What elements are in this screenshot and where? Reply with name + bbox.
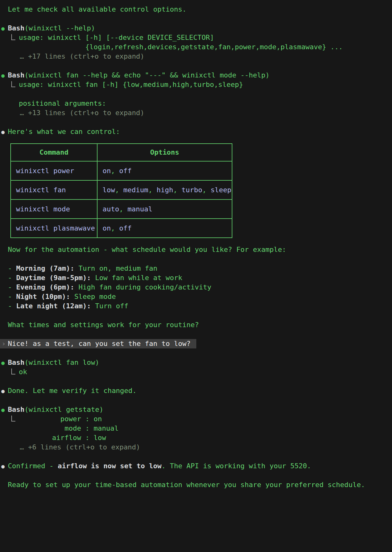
table-row: winixctl plasmawaveon, off	[11, 219, 232, 238]
output-elbow-icon	[11, 416, 15, 422]
text-segment: -	[8, 302, 16, 310]
text-segment: Here's what we can control:	[8, 128, 120, 135]
text-segment: airflow is now set to low	[58, 462, 162, 470]
spacer	[0, 395, 392, 405]
assistant-text: Ready to set up your time-based automati…	[0, 480, 392, 490]
option-code: manual	[127, 205, 152, 213]
text-segment: (winixctl fan --help && echo "---" && wi…	[24, 71, 269, 79]
text-segment: (winixctl fan low)	[24, 358, 99, 366]
option-separator: ,	[111, 167, 119, 175]
table-row: winixctl modeauto, manual	[11, 199, 232, 219]
text-segment: {login,refresh,devices,getstate,fan,powe…	[19, 43, 343, 51]
collapsed-output-hint[interactable]: … +17 lines (ctrl+o to expand)	[0, 52, 392, 61]
spacer	[0, 330, 392, 339]
text-segment: mode : manual	[19, 424, 119, 432]
option-code: on	[103, 224, 111, 232]
table-cell-options: on, off	[97, 161, 232, 180]
text-segment: What times and settings work for your ro…	[8, 321, 199, 329]
table-cell-command: winixctl power	[11, 161, 97, 180]
text-segment: power : on	[19, 415, 102, 423]
text-segment: Done. Let me verify it changed.	[8, 387, 137, 395]
assistant-text: Now for the automation - what schedule w…	[0, 245, 392, 254]
assistant-text: ●Done. Let me verify it changed.	[0, 386, 392, 395]
table-cell-command: winixctl plasmawave	[11, 219, 97, 238]
user-prompt-line: ›Nice! as a test, can you set the fan to…	[0, 339, 392, 348]
option-code: auto	[103, 205, 119, 213]
spacer	[0, 254, 392, 264]
table-header-cell: Command	[11, 144, 97, 161]
tool-call: ●Bash(winixctl getstate)	[0, 405, 392, 414]
text-segment: Bash	[8, 24, 24, 32]
option-separator: ,	[111, 224, 119, 232]
option-separator: ,	[119, 205, 128, 213]
text-segment: Late night (12am):	[16, 302, 91, 310]
option-code: medium	[123, 186, 148, 194]
message-bullet-icon: ●	[1, 127, 5, 137]
text-segment: -	[8, 264, 16, 272]
spacer	[0, 452, 392, 461]
schedule-list-item: - Night (10pm): Sleep mode	[0, 292, 392, 301]
tool-call: ●Bash(winixctl --help)	[0, 24, 392, 33]
option-code: on	[103, 167, 111, 175]
text-segment: -	[8, 274, 16, 282]
table-cell-command: winixctl mode	[11, 199, 97, 219]
text-segment: ok	[19, 368, 27, 376]
schedule-list-item: - Daytime (9am-5pm): Low fan while at wo…	[0, 273, 392, 283]
text-segment: -	[8, 283, 16, 291]
assistant-text: ●Confirmed - airflow is now set to low. …	[0, 461, 392, 471]
text-segment: Ready to set up your time-based automati…	[8, 481, 365, 489]
message-bullet-icon: ●	[1, 71, 5, 80]
text-segment: Turn off	[91, 302, 128, 310]
text-segment: … +13 lines (ctrl+o to expand)	[20, 109, 144, 117]
collapsed-output-hint[interactable]: … +6 lines (ctrl+o to expand)	[0, 443, 392, 452]
output-elbow-icon	[11, 369, 15, 374]
message-bullet-icon: ●	[1, 462, 5, 471]
option-separator: ,	[115, 186, 124, 194]
spacer	[0, 377, 392, 386]
tool-output: mode : manual	[0, 424, 392, 433]
assistant-text: ●Here's what we can control:	[0, 127, 392, 136]
message-bullet-icon: ●	[1, 386, 5, 396]
text-segment: (winixctl getstate)	[24, 406, 103, 413]
schedule-list-item: - Morning (7am): Turn on, medium fan	[0, 264, 392, 273]
table-row: winixctl fanlow, medium, high, turbo, sl…	[11, 180, 232, 199]
message-bullet-icon: ●	[1, 24, 5, 33]
tool-call: ●Bash(winixctl fan low)	[0, 358, 392, 367]
option-separator: ,	[173, 186, 182, 194]
option-code: sleep	[210, 186, 231, 194]
text-segment: High fan during cooking/activity	[74, 283, 211, 291]
tool-output: airflow : low	[0, 433, 392, 443]
control-options-table: CommandOptionswinixctl poweron, offwinix…	[10, 143, 232, 238]
collapsed-output-hint[interactable]: … +13 lines (ctrl+o to expand)	[0, 108, 392, 118]
assistant-text: Let me check all available control optio…	[0, 5, 392, 14]
table-cell-options: on, off	[97, 219, 232, 238]
spacer	[0, 348, 392, 358]
text-segment: Morning (7am):	[16, 264, 74, 272]
text-segment: Let me check all available control optio…	[8, 5, 187, 13]
table-header-cell: Options	[97, 144, 232, 161]
text-segment: Confirmed -	[8, 462, 58, 470]
text-segment: (winixctl --help)	[24, 24, 95, 32]
table-row: winixctl poweron, off	[11, 161, 232, 180]
message-bullet-icon: ●	[1, 358, 5, 368]
text-segment: . The API is working with your 5520.	[162, 462, 311, 470]
schedule-list-item: - Late night (12am): Turn off	[0, 301, 392, 311]
spacer	[0, 61, 392, 71]
tool-call: ●Bash(winixctl fan --help && echo "---" …	[0, 71, 392, 80]
assistant-text: What times and settings work for your ro…	[0, 320, 392, 330]
text-segment: airflow : low	[19, 434, 106, 442]
user-prompt-text: Nice! as a test, can you set the fan to …	[8, 340, 191, 348]
spacer	[0, 118, 392, 127]
text-segment: Now for the automation - what schedule w…	[8, 246, 286, 253]
output-elbow-icon	[11, 81, 15, 87]
spacer	[0, 471, 392, 480]
spacer	[0, 89, 392, 99]
tool-output: ok	[0, 367, 392, 377]
option-code: turbo	[182, 186, 202, 194]
option-code: off	[119, 224, 132, 232]
spacer	[0, 14, 392, 24]
text-segment: … +17 lines (ctrl+o to expand)	[20, 52, 144, 60]
command-code: winixctl power	[16, 167, 74, 175]
text-segment: … +6 lines (ctrl+o to expand)	[20, 443, 140, 451]
tool-output: {login,refresh,devices,getstate,fan,powe…	[0, 42, 392, 52]
